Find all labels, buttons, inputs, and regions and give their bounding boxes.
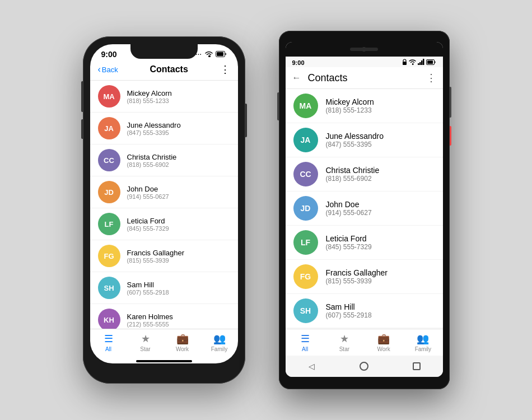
android-tab-label: All — [302, 346, 308, 352]
ios-battery-icon — [216, 50, 227, 59]
svg-rect-1 — [217, 52, 223, 56]
ios-contact-phone: (212) 555-5555 — [127, 321, 173, 328]
android-back-triangle: ◁ — [309, 362, 315, 371]
android-contact-phone: (845) 555-7329 — [326, 243, 372, 251]
android-avatar: FG — [293, 264, 318, 289]
ios-contacts-list: MA Mickey Alcorn (818) 555-1233 JA June … — [90, 81, 238, 329]
ios-contact-item[interactable]: MA Mickey Alcorn (818) 555-1233 — [90, 81, 238, 113]
android-contact-item[interactable]: LF Leticia Ford (845) 555-7329 — [286, 226, 443, 260]
android-avatar: JA — [293, 128, 318, 152]
android-back-button[interactable]: ← — [292, 73, 301, 83]
ios-contact-item[interactable]: KH Karen Holmes (212) 555-5555 — [90, 304, 238, 329]
android-contact-name: Francis Gallagher — [326, 268, 388, 277]
android-tab-all[interactable]: ☰ All — [286, 333, 325, 352]
android-avatar: MA — [293, 94, 318, 118]
ios-tab-icon: ☰ — [104, 333, 113, 345]
android-contact-item[interactable]: FG Francis Gallagher (815) 555-3939 — [286, 260, 443, 294]
android-power-btn — [450, 126, 451, 146]
ios-tab-icon: 💼 — [176, 333, 189, 345]
android-contact-phone: (847) 555-3395 — [326, 141, 384, 148]
android-contact-name: June Alessandro — [326, 132, 384, 141]
ios-contact-item[interactable]: CC Christa Christie (818) 555-6902 — [90, 144, 238, 176]
ios-more-button[interactable]: ⋮ — [220, 63, 230, 76]
android-vol-btn — [450, 87, 451, 118]
ios-contact-phone: (818) 555-1233 — [127, 97, 172, 104]
android-wifi-icon — [409, 59, 416, 66]
android-contact-item[interactable]: SH Sam Hill (607) 555-2918 — [286, 294, 443, 328]
android-nav-bar: ← Contacts ⋮ — [286, 67, 443, 89]
ios-contact-info: Leticia Ford (845) 555-7329 — [127, 217, 169, 232]
ios-vol-up-btn — [81, 92, 83, 112]
ios-contact-name: Karen Holmes — [127, 312, 173, 321]
android-camera-bar — [286, 42, 443, 57]
ios-contact-item[interactable]: JA June Alessandro (847) 555-3395 — [90, 113, 238, 144]
android-contact-info: Leticia Ford (845) 555-7329 — [326, 234, 372, 251]
ios-vol-down-btn — [81, 119, 83, 139]
svg-rect-3 — [418, 63, 419, 65]
ios-contact-phone: (845) 555-7329 — [127, 225, 169, 232]
android-nav-buttons: ◁ — [286, 356, 443, 377]
ios-tab-family[interactable]: 👥 Family — [201, 333, 238, 352]
ios-avatar: KH — [98, 309, 120, 329]
ios-tab-icon: 👥 — [213, 333, 226, 345]
ios-contact-phone: (914) 555-0627 — [127, 193, 169, 200]
ios-back-label: Back — [102, 66, 118, 74]
android-tab-label: Work — [377, 346, 390, 352]
android-contact-item[interactable]: CC Christa Christie (818) 555-6902 — [286, 157, 443, 192]
android-contact-item[interactable]: JD John Doe (914) 555-0627 — [286, 192, 443, 226]
ios-contact-item[interactable]: LF Leticia Ford (845) 555-7329 — [90, 208, 238, 240]
android-contact-name: Christa Christie — [326, 166, 380, 175]
ios-tab-star[interactable]: ★ Star — [127, 333, 164, 352]
ios-status-icons: ··· — [195, 50, 226, 59]
ios-tab-bar: ☰ All ★ Star 💼 Work 👥 Family — [90, 329, 238, 358]
ios-contact-info: June Alessandro (847) 555-3395 — [127, 121, 181, 136]
scene: 9:00 ··· — [0, 0, 532, 420]
android-tab-work[interactable]: 💼 Work — [364, 333, 403, 352]
android-contact-info: June Alessandro (847) 555-3395 — [326, 132, 384, 148]
ios-contact-phone: (847) 555-3395 — [127, 129, 181, 136]
ios-contact-phone: (607) 555-2918 — [127, 289, 169, 296]
ios-screen: 9:00 ··· — [90, 44, 238, 363]
android-phone: 9:00 — [279, 31, 450, 389]
android-contact-item[interactable]: MA Mickey Alcorn (818) 555-1233 — [286, 89, 443, 123]
android-tab-icon: 💼 — [377, 333, 390, 345]
ios-back-button[interactable]: ‹ Back — [98, 64, 118, 74]
ios-contact-info: Sam Hill (607) 555-2918 — [127, 281, 169, 296]
ios-contact-item[interactable]: FG Francis Gallagher (815) 555-3939 — [90, 240, 238, 272]
android-tab-label: Star — [339, 346, 349, 352]
android-back-nav[interactable]: ◁ — [305, 360, 318, 372]
android-contact-name: Leticia Ford — [326, 234, 372, 243]
android-more-button[interactable]: ⋮ — [426, 72, 436, 84]
ios-contact-phone: (818) 555-6902 — [127, 161, 177, 168]
android-contact-name: Sam Hill — [326, 302, 372, 311]
ios-avatar: JD — [98, 181, 120, 203]
ios-tab-work[interactable]: 💼 Work — [164, 333, 201, 352]
ios-tab-label: All — [105, 346, 111, 352]
android-avatar: SH — [293, 298, 318, 323]
ios-contact-name: Christa Christie — [127, 153, 177, 161]
ios-contact-item[interactable]: JD John Doe (914) 555-0627 — [90, 176, 238, 208]
ios-avatar: LF — [98, 213, 120, 235]
ios-home-indicator — [136, 360, 192, 362]
android-status-icons — [402, 59, 436, 66]
android-contact-name: Mickey Alcorn — [326, 97, 374, 106]
android-home-nav[interactable] — [358, 360, 370, 372]
android-screen: 9:00 — [286, 42, 443, 377]
ios-contact-info: Francis Gallagher (815) 555-3939 — [127, 249, 185, 264]
android-tab-star[interactable]: ★ Star — [325, 333, 364, 352]
android-recents-nav[interactable] — [410, 360, 423, 372]
android-tab-family[interactable]: 👥 Family — [403, 333, 442, 352]
android-avatar: LF — [293, 230, 318, 255]
android-contact-item[interactable]: JA June Alessandro (847) 555-3395 — [286, 123, 443, 157]
android-contact-phone: (815) 555-3939 — [326, 277, 388, 285]
ios-power-btn — [245, 104, 247, 137]
ios-contact-name: Mickey Alcorn — [127, 89, 172, 97]
android-contact-info: Francis Gallagher (815) 555-3939 — [326, 268, 388, 285]
ios-tab-all[interactable]: ☰ All — [90, 333, 127, 352]
svg-rect-5 — [421, 60, 423, 65]
android-contact-phone: (914) 555-0627 — [326, 209, 372, 217]
svg-rect-2 — [403, 62, 407, 65]
android-tab-bar: ☰ All ★ Star 💼 Work 👥 Family — [286, 329, 443, 356]
ios-contact-item[interactable]: SH Sam Hill (607) 555-2918 — [90, 272, 238, 304]
android-tab-icon: 👥 — [417, 333, 429, 345]
